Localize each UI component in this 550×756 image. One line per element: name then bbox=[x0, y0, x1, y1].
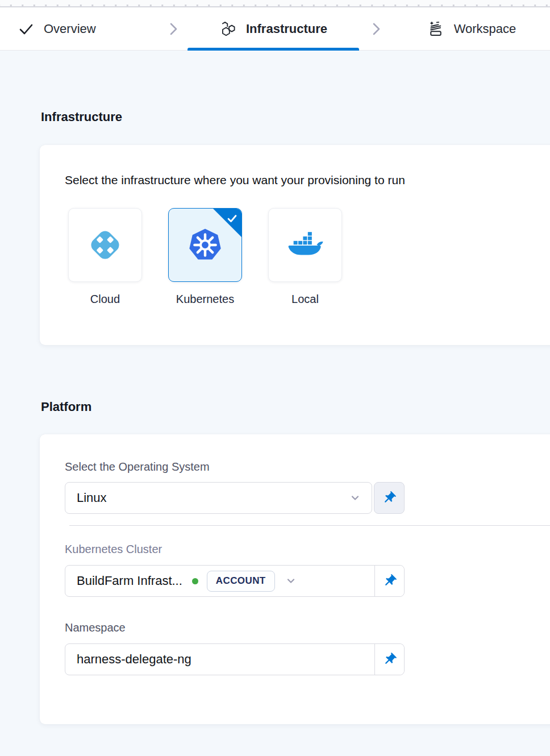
local-tile[interactable] bbox=[268, 208, 342, 282]
cloud-tile[interactable] bbox=[68, 208, 142, 282]
option-cloud: Cloud bbox=[68, 208, 142, 306]
scope-badge: ACCOUNT bbox=[207, 571, 275, 592]
os-select-value: Linux bbox=[77, 491, 349, 505]
os-field-row: Linux bbox=[65, 482, 538, 514]
infrastructure-options: Cloud bbox=[68, 208, 538, 306]
pin-icon bbox=[382, 574, 397, 588]
tab-overview[interactable]: Overview bbox=[0, 7, 159, 50]
cluster-pin-button[interactable] bbox=[374, 566, 404, 596]
stepper-separator bbox=[159, 7, 188, 50]
check-icon bbox=[18, 21, 34, 37]
namespace-pin-button[interactable] bbox=[374, 644, 404, 675]
namespace-input[interactable]: harness-delegate-ng bbox=[65, 643, 405, 675]
tab-overview-label: Overview bbox=[44, 22, 96, 36]
tab-workspace[interactable]: Workspace bbox=[393, 7, 550, 50]
dotted-background-strip bbox=[0, 0, 550, 7]
infrastructure-section-heading: Infrastructure bbox=[41, 110, 550, 124]
chevron-down-icon bbox=[285, 575, 297, 587]
platform-section-heading: Platform bbox=[41, 400, 550, 414]
local-tile-label: Local bbox=[291, 293, 319, 306]
os-select[interactable]: Linux bbox=[65, 482, 372, 514]
kubernetes-tile-label: Kubernetes bbox=[176, 293, 234, 306]
namespace-input-value: harness-delegate-ng bbox=[77, 652, 191, 667]
tab-infrastructure-label: Infrastructure bbox=[246, 22, 327, 36]
kubernetes-tile[interactable] bbox=[168, 208, 242, 282]
cluster-field-label: Kubernetes Cluster bbox=[65, 543, 538, 556]
connector-status-dot bbox=[192, 578, 198, 584]
tab-infrastructure[interactable]: Infrastructure bbox=[188, 7, 359, 50]
platform-card: Select the Operating System Linux Kubern… bbox=[40, 434, 550, 724]
pin-icon bbox=[382, 652, 397, 667]
selected-check-icon bbox=[226, 213, 238, 225]
form-divider bbox=[69, 525, 550, 526]
os-field-label: Select the Operating System bbox=[65, 460, 538, 473]
stack-icon bbox=[427, 20, 444, 38]
namespace-field-label: Namespace bbox=[65, 621, 538, 634]
harness-cloud-icon bbox=[86, 226, 124, 264]
cluster-select-value: BuildFarm Infrast... bbox=[77, 574, 182, 588]
cloud-tile-label: Cloud bbox=[90, 293, 120, 306]
infrastructure-card: Select the infrastructure where you want… bbox=[40, 145, 550, 345]
cluster-select[interactable]: BuildFarm Infrast... ACCOUNT bbox=[65, 565, 405, 597]
active-tab-underline bbox=[188, 48, 359, 51]
stepper-separator bbox=[359, 7, 393, 50]
tab-workspace-label: Workspace bbox=[454, 22, 516, 36]
chevron-right-icon bbox=[370, 22, 382, 36]
wizard-stepper: Overview Infrastructure bbox=[0, 7, 550, 51]
chevron-right-icon bbox=[168, 22, 179, 36]
infrastructure-prompt: Select the infrastructure where you want… bbox=[65, 173, 538, 187]
chevron-down-icon bbox=[349, 492, 361, 504]
pin-icon bbox=[382, 491, 397, 505]
docker-icon bbox=[286, 226, 324, 264]
option-kubernetes: Kubernetes bbox=[168, 208, 242, 306]
hexagons-icon bbox=[219, 20, 236, 38]
option-local: Local bbox=[268, 208, 342, 306]
os-pin-button[interactable] bbox=[374, 482, 405, 514]
